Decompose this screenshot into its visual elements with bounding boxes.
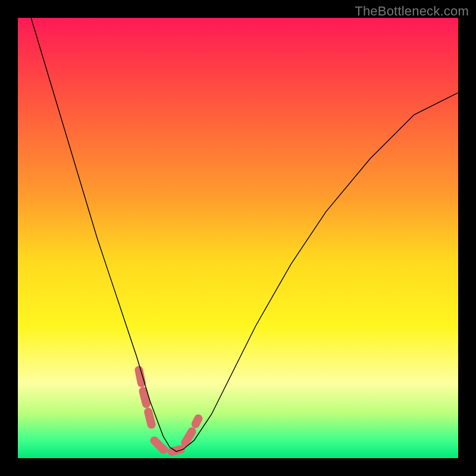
- chart-frame: TheBottleneck.com: [0, 0, 476, 476]
- left-dash: [139, 370, 152, 427]
- curve-layer: [18, 18, 458, 458]
- plot-area: [18, 18, 458, 458]
- bottom-dash: [154, 440, 180, 452]
- bottleneck-curve: [31, 18, 458, 452]
- watermark-text: TheBottleneck.com: [355, 4, 469, 19]
- highlight-dashes: [139, 370, 199, 452]
- right-dash: [185, 418, 198, 443]
